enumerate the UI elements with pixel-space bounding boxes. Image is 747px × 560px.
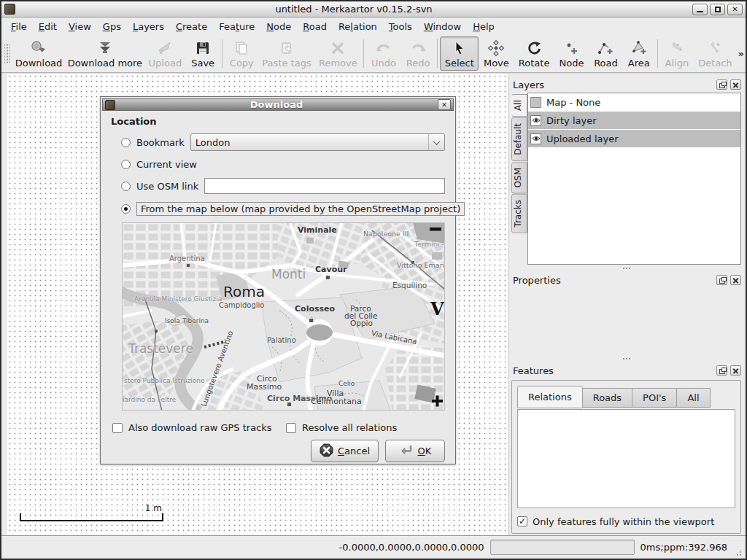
current-view-option-row: Current view bbox=[121, 159, 445, 170]
resolve-relations-label: Resolve all relations bbox=[302, 422, 397, 433]
toolbar-button-node[interactable]: Node bbox=[554, 36, 589, 71]
toolbar-button-area[interactable]: Area bbox=[623, 36, 655, 71]
toolbar-overflow-chevron[interactable]: » bbox=[738, 48, 744, 59]
panel-splitter[interactable] bbox=[511, 355, 741, 362]
layer-row-uploaded[interactable]: Uploaded layer bbox=[528, 130, 740, 147]
from-map-label: From the map below (map provided by the … bbox=[136, 202, 465, 216]
layers-close-button[interactable] bbox=[730, 79, 741, 90]
ok-button[interactable]: OK bbox=[385, 440, 445, 462]
resolve-relations-checkbox[interactable] bbox=[286, 423, 296, 433]
from-map-radio[interactable] bbox=[121, 204, 131, 214]
progress-field bbox=[490, 540, 635, 555]
current-view-radio[interactable] bbox=[121, 160, 131, 169]
features-tab-all[interactable]: All bbox=[677, 388, 710, 408]
layer-row-map-none[interactable]: Map - None bbox=[528, 93, 740, 111]
dialog-close-button[interactable]: ✕ bbox=[438, 99, 451, 110]
features-tab-pois[interactable]: POI's bbox=[632, 388, 677, 408]
menu-feature[interactable]: Feature bbox=[214, 20, 260, 34]
toolbar-button-move[interactable]: Move bbox=[479, 36, 514, 71]
toolbar-button-align[interactable]: Align bbox=[660, 36, 694, 71]
dialog-title-bar[interactable]: Download ✕ bbox=[102, 98, 454, 111]
toolbar-button-undo[interactable]: Undo bbox=[366, 36, 401, 71]
bookmark-radio[interactable] bbox=[121, 138, 131, 147]
toolbar-button-select[interactable]: Select bbox=[440, 36, 479, 71]
toolbar-button-label: Download bbox=[15, 58, 63, 69]
toolbar-button-upload[interactable]: Upload bbox=[144, 36, 187, 71]
rotate-icon bbox=[525, 39, 543, 58]
gps-tracks-checkbox[interactable] bbox=[112, 423, 123, 433]
close-button[interactable]: ✕ bbox=[727, 4, 743, 15]
minimize-button[interactable] bbox=[692, 4, 708, 15]
layers-tab-default[interactable]: Default bbox=[511, 117, 527, 161]
menu-view[interactable]: View bbox=[63, 20, 96, 34]
toolbar-button-rotate[interactable]: Rotate bbox=[514, 36, 554, 71]
area-icon bbox=[630, 39, 648, 58]
menu-road[interactable]: Road bbox=[298, 20, 332, 34]
toolbar-button-download[interactable]: Download bbox=[12, 36, 66, 71]
menu-window[interactable]: Window bbox=[419, 20, 466, 34]
toolbar-button-remove[interactable]: Remove bbox=[314, 36, 361, 71]
map-zoom-out-icon bbox=[430, 228, 441, 231]
viewport-filter-checkbox[interactable]: ✓ bbox=[517, 516, 527, 526]
menu-layers[interactable]: Layers bbox=[128, 20, 169, 34]
bookmark-label: Bookmark bbox=[136, 137, 185, 148]
menu-help[interactable]: Help bbox=[468, 20, 500, 34]
bookmark-combobox[interactable]: London bbox=[190, 133, 445, 151]
dialog-app-icon bbox=[105, 100, 115, 110]
ok-enter-icon bbox=[399, 443, 414, 459]
toolbar-drag-handle[interactable] bbox=[4, 44, 10, 63]
download-icon bbox=[30, 39, 47, 58]
remove-icon bbox=[329, 39, 347, 58]
cancel-button-label: Cancel bbox=[338, 446, 370, 456]
download-dialog: Download ✕ Location Bookmark London Curr… bbox=[100, 96, 456, 464]
layer-visibility-square-icon[interactable] bbox=[530, 97, 541, 108]
properties-close-button[interactable] bbox=[730, 275, 741, 285]
features-dock-header: Features bbox=[511, 362, 741, 378]
features-list[interactable] bbox=[517, 409, 735, 508]
resize-grip[interactable] bbox=[733, 548, 743, 557]
toolbar-button-copy[interactable]: Copy bbox=[225, 36, 259, 71]
location-group-label: Location bbox=[111, 116, 445, 127]
maximize-button[interactable] bbox=[710, 4, 725, 15]
properties-float-button[interactable] bbox=[716, 275, 727, 285]
toolbar-button-download-more[interactable]: Download more bbox=[66, 36, 144, 71]
layers-tab-all[interactable]: All bbox=[511, 94, 527, 117]
osm-link-radio[interactable] bbox=[121, 182, 131, 191]
layers-tab-osm[interactable]: OSM bbox=[511, 162, 527, 193]
eye-icon[interactable] bbox=[530, 133, 541, 144]
menu-edit[interactable]: Edit bbox=[34, 20, 62, 34]
toolbar-button-redo[interactable]: Redo bbox=[401, 36, 435, 71]
layer-row-dirty[interactable]: Dirty layer bbox=[528, 112, 740, 129]
toolbar-button-detach[interactable]: Detach bbox=[694, 36, 737, 71]
ppm-readout: 0ms;ppm:392.968 bbox=[640, 542, 727, 553]
menu-tools[interactable]: Tools bbox=[384, 20, 417, 34]
scale-bar: 1 m bbox=[20, 516, 163, 521]
osm-link-option-row: Use OSM link bbox=[121, 178, 445, 194]
features-tab-relations[interactable]: Relations bbox=[517, 386, 583, 408]
toolbar-button-label: Download more bbox=[68, 58, 142, 69]
menu-gps[interactable]: Gps bbox=[98, 20, 126, 34]
toolbar-button-road[interactable]: Road bbox=[589, 36, 622, 71]
osm-link-input[interactable] bbox=[204, 178, 445, 194]
toolbar-button-save[interactable]: Save bbox=[186, 36, 220, 71]
toolbar-button-label: Save bbox=[191, 58, 214, 69]
features-close-button[interactable] bbox=[730, 365, 741, 376]
layers-float-button[interactable] bbox=[716, 79, 727, 90]
panel-splitter[interactable] bbox=[511, 265, 741, 272]
menu-relation[interactable]: Relation bbox=[333, 20, 382, 34]
toolbar-button-paste-tags[interactable]: Paste tags bbox=[259, 36, 315, 71]
cancel-button[interactable]: Cancel bbox=[311, 440, 379, 462]
dialog-map[interactable]: ViminaleNapoleone IIITermini - LaArgenti… bbox=[122, 222, 445, 411]
eye-icon[interactable] bbox=[530, 115, 541, 126]
layers-tab-tracks[interactable]: Tracks bbox=[511, 194, 527, 233]
features-tab-roads[interactable]: Roads bbox=[583, 388, 632, 408]
toolbar-separator bbox=[657, 39, 658, 68]
toolbar-separator bbox=[222, 39, 222, 68]
layers-dock-header: Layers bbox=[511, 77, 741, 93]
menu-create[interactable]: Create bbox=[171, 20, 212, 34]
from-map-option-row: From the map below (map provided by the … bbox=[121, 202, 445, 216]
menu-file[interactable]: File bbox=[6, 20, 32, 34]
viewport-filter-row: ✓ Only features fully within the viewpor… bbox=[517, 508, 735, 529]
features-float-button[interactable] bbox=[716, 365, 727, 376]
menu-node[interactable]: Node bbox=[261, 20, 296, 34]
